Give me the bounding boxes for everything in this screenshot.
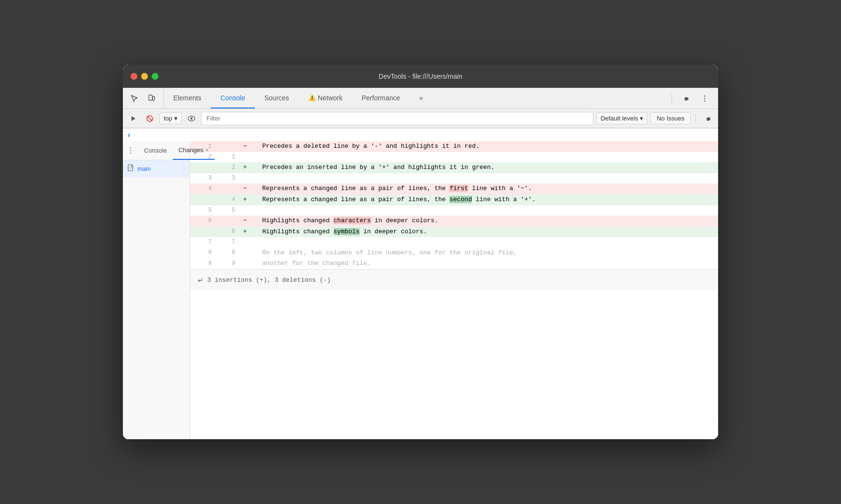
console-toolbar: top ▾ Default levels ▾ No Issues <box>123 109 718 128</box>
traffic-lights <box>131 73 158 80</box>
warning-icon: ⚠️ <box>308 94 316 101</box>
toolbar-left-icons <box>123 88 164 108</box>
diff-area[interactable]: 1 − Precedes a deleted line by a '-' and… <box>190 141 718 439</box>
tab-performance[interactable]: Performance <box>352 88 409 108</box>
svg-rect-0 <box>149 95 152 100</box>
diff-row-2-inserted: 2 + Precedes an inserted line by a '+' a… <box>190 162 718 173</box>
sidebar-item-main[interactable]: main <box>123 160 190 177</box>
svg-rect-1 <box>153 96 155 100</box>
diff-row-6-inserted: 6 + Highlights changed symbols in deeper… <box>190 227 718 238</box>
chevron-down-icon: ▾ <box>640 115 643 122</box>
diff-row-8-normal: 8 8 On the left, two columns of line num… <box>190 248 718 259</box>
diff-row-2-normal: 2 1 <box>190 152 718 162</box>
svg-point-4 <box>704 100 705 101</box>
clear-console-icon[interactable] <box>143 112 156 125</box>
line-num-new <box>214 141 237 152</box>
tab-network[interactable]: ⚠️ Network <box>299 88 352 108</box>
default-levels-dropdown[interactable]: Default levels ▾ <box>596 112 648 124</box>
svg-point-3 <box>704 97 705 98</box>
diff-line-content: Precedes a deleted line by a '-' and hig… <box>253 141 718 152</box>
revert-icon[interactable]: ↩ <box>198 276 203 285</box>
console-settings-icon[interactable] <box>701 112 714 125</box>
diff-row-7-normal: 7 7 <box>190 237 718 247</box>
footer-summary: 3 insertions (+), 3 deletions (-) <box>207 276 331 284</box>
settings-icon[interactable] <box>678 91 693 106</box>
diff-row-9-normal: 9 9 another for the changed file. <box>190 258 718 269</box>
devtools-window: DevTools - file:///Users/main Elements C <box>123 65 718 439</box>
diff-marker: − <box>237 141 253 152</box>
highlight-symbols: symbols <box>334 228 360 235</box>
diff-row-4-inserted: 4 + Represents a changed line as a pair … <box>190 194 718 205</box>
top-toolbar: Elements Console Sources ⚠️ Network Perf… <box>123 88 718 109</box>
svg-line-7 <box>147 116 152 121</box>
device-toolbar-icon[interactable] <box>144 91 159 106</box>
tab-elements[interactable]: Elements <box>164 88 211 108</box>
top-context-dropdown[interactable]: top ▾ <box>159 112 182 124</box>
title-bar: DevTools - file:///Users/main <box>123 65 718 88</box>
sidebar: ⋮ Console Changes × × <box>123 141 190 439</box>
highlight-first: first <box>449 185 468 192</box>
toolbar-right <box>664 88 718 108</box>
diff-row-4-deleted: 4 − Represents a changed line as a pair … <box>190 183 718 194</box>
more-tabs-icon: » <box>420 94 423 102</box>
run-script-icon[interactable] <box>127 112 140 125</box>
main-content: ⋮ Console Changes × × <box>123 141 718 439</box>
no-issues-button[interactable]: No Issues <box>650 112 691 124</box>
panel-more-options[interactable]: ⋮ <box>123 146 138 155</box>
close-changes-tab[interactable]: × <box>205 147 209 154</box>
close-button[interactable] <box>131 73 137 80</box>
diff-row-5-normal: 5 5 <box>190 205 718 216</box>
svg-point-9 <box>191 117 192 119</box>
js-chevron-icon: › <box>128 131 130 139</box>
tab-console-panel[interactable]: Console <box>138 141 173 160</box>
tab-changes-panel[interactable]: Changes × <box>173 141 215 160</box>
filter-input[interactable] <box>201 112 593 125</box>
highlight-characters: characters <box>334 217 371 224</box>
panel-tabs-header: ⋮ Console Changes × × <box>123 141 190 160</box>
diff-footer: ↩ 3 insertions (+), 3 deletions (-) <box>190 269 718 290</box>
main-tabs: Elements Console Sources ⚠️ Network Perf… <box>164 88 664 108</box>
diff-row-1-deleted: 1 − Precedes a deleted line by a '-' and… <box>190 141 718 152</box>
window-title: DevTools - file:///Users/main <box>379 72 462 80</box>
js-prompt-bar: › <box>123 128 718 141</box>
chevron-down-icon: ▾ <box>174 115 178 122</box>
tab-sources[interactable]: Sources <box>255 88 299 108</box>
customize-devtools-icon[interactable] <box>697 91 712 106</box>
diff-table: 1 − Precedes a deleted line by a '-' and… <box>190 141 718 269</box>
svg-marker-5 <box>132 116 135 121</box>
more-tabs-button[interactable]: » <box>410 88 433 108</box>
minimize-button[interactable] <box>141 73 148 80</box>
tab-console[interactable]: Console <box>211 88 254 108</box>
file-icon <box>128 164 134 173</box>
diff-row-3-normal: 3 3 <box>190 173 718 183</box>
diff-row-6-deleted: 6 − Highlights changed characters in dee… <box>190 216 718 227</box>
highlight-second: second <box>449 196 472 203</box>
svg-point-2 <box>704 95 705 96</box>
inspect-icon[interactable] <box>127 91 142 106</box>
eye-icon[interactable] <box>185 112 198 125</box>
maximize-button[interactable] <box>152 73 158 80</box>
